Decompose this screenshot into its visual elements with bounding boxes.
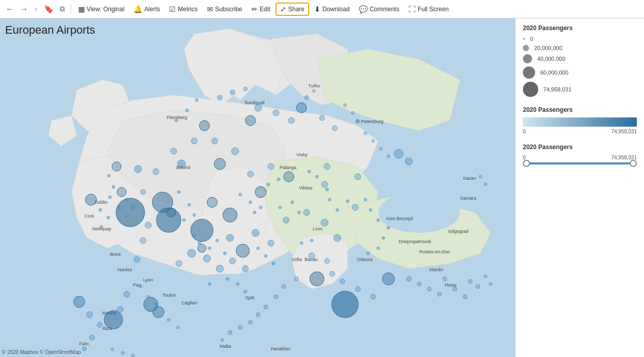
svg-point-189 [257,247,260,250]
svg-point-158 [193,213,196,217]
slider-labels: 0 74,958,031 [523,155,637,160]
svg-point-112 [288,117,294,124]
svg-point-161 [249,201,252,204]
svg-point-203 [312,89,315,92]
slider-left-handle[interactable] [523,160,530,167]
alerts-button[interactable]: 🔔 Alerts [129,3,164,15]
svg-point-167 [267,183,270,186]
svg-point-208 [372,139,375,142]
svg-point-136 [484,275,487,278]
svg-point-182 [310,239,313,242]
svg-point-211 [479,175,482,178]
forward-button[interactable]: → [17,3,31,15]
svg-point-133 [463,295,467,299]
svg-point-175 [364,198,367,201]
up-button[interactable]: ↑ [32,4,40,14]
svg-point-147 [107,174,110,177]
svg-point-76 [153,306,164,318]
subscribe-button[interactable]: ✉ Subscribe [203,3,246,15]
view-original-label: View: Original [87,6,125,13]
svg-point-148 [112,185,115,188]
svg-point-220 [131,354,134,357]
svg-point-180 [377,247,380,250]
svg-point-196 [186,109,189,112]
metrics-button[interactable]: ☑ Metrics [165,3,202,15]
svg-point-165 [291,201,294,204]
svg-point-65 [167,208,176,217]
svg-point-192 [226,277,229,280]
share-icon: ⤢ [280,5,286,13]
fullscreen-button[interactable]: ⛶ Full Screen [404,3,453,15]
separator [71,4,71,14]
svg-point-96 [191,138,197,144]
svg-point-14 [378,192,460,233]
bubble-item-4: 74,958,031 [523,82,637,97]
svg-text:Split: Split [245,295,255,300]
share-button[interactable]: ⤢ Share [275,3,309,16]
svg-point-121 [309,253,315,259]
svg-point-187 [216,239,219,242]
svg-point-87 [203,255,211,262]
map-canvas[interactable]: Sundsvall Turku St Petersburg Visby Viln… [0,18,515,357]
slider-track[interactable] [523,162,637,164]
subscribe-icon: ✉ [207,5,213,13]
svg-point-123 [330,271,335,276]
copy-button[interactable]: ⧉ [57,3,67,15]
svg-point-212 [484,183,487,186]
svg-text:Vilnius: Vilnius [299,185,313,191]
download-icon: ⬇ [314,5,320,13]
edit-button[interactable]: ✏ Edit [247,3,274,15]
comments-button[interactable]: 💬 Comments [355,3,403,15]
svg-point-156 [177,191,180,194]
color-bar-labels: 0 74,958,031 [523,129,637,134]
svg-point-217 [176,326,179,329]
alerts-icon: 🔔 [133,5,142,13]
svg-point-146 [221,339,224,342]
bubble-circle-4 [523,82,538,97]
svg-point-129 [427,287,431,291]
svg-point-176 [369,208,372,211]
svg-point-105 [117,306,123,313]
bookmark-button[interactable]: 🔖 [41,3,56,15]
svg-point-183 [300,242,303,245]
svg-text:Hatay: Hatay [445,282,457,288]
svg-text:Volgograd: Volgograd [448,229,469,234]
svg-point-139 [282,284,286,289]
view-original-button[interactable]: ▦ View: Original [74,3,129,15]
svg-point-140 [274,295,278,299]
svg-point-190 [264,254,267,257]
svg-point-64 [296,103,307,113]
back-button[interactable]: ← [3,3,16,15]
svg-point-132 [453,287,457,291]
map-credit: © 2020 Mapbox © OpenStreetMap [2,349,81,355]
svg-point-86 [188,249,196,257]
svg-point-171 [326,188,329,191]
slider-right-handle[interactable] [630,160,637,167]
svg-point-168 [277,178,280,181]
svg-text:Kiev Boryspil: Kiev Boryspil [386,216,413,221]
svg-point-157 [188,203,191,206]
svg-point-93 [268,163,274,170]
svg-point-181 [366,252,370,255]
colorbar-legend-title: 2020 Passengers [523,106,637,113]
svg-point-109 [82,347,86,351]
svg-point-111 [273,110,279,116]
svg-point-137 [489,282,492,285]
share-label: Share [288,6,305,13]
svg-point-15 [169,274,291,304]
svg-point-197 [195,99,198,102]
bubble-circle-1 [523,45,529,51]
svg-point-152 [99,208,102,211]
svg-point-202 [305,96,309,100]
download-button[interactable]: ⬇ Download [310,3,354,15]
svg-point-60 [236,244,249,257]
comments-icon: 💬 [359,5,367,13]
bubble-label-0: 0 [530,36,533,42]
svg-point-114 [332,126,337,131]
download-label: Download [323,6,350,13]
svg-point-186 [208,247,211,250]
svg-point-71 [382,273,395,285]
svg-point-174 [346,200,349,203]
bubble-label-2: 40,000,000 [537,56,565,62]
svg-point-145 [228,330,232,335]
